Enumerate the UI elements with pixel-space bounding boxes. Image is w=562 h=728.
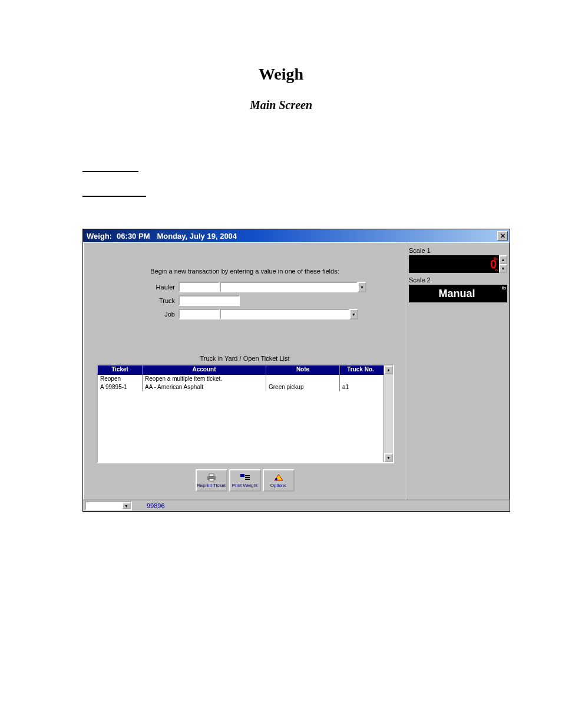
truck-input[interactable] [178, 295, 240, 306]
scale1-spinner[interactable]: ▲ ▼ [499, 255, 507, 273]
titlebar-time: 06:30 PM [117, 232, 150, 241]
svg-rect-1 [209, 474, 214, 476]
cell-account: AA - American Asphalt [143, 383, 266, 391]
scale1-up-button[interactable]: ▲ [499, 255, 507, 264]
section-underline [82, 196, 146, 197]
job-name-input[interactable] [220, 309, 349, 319]
scroll-track[interactable] [384, 374, 393, 453]
truck-label: Truck [84, 297, 178, 304]
print-weight-button[interactable]: Print Weight [229, 469, 261, 492]
col-note: Note [266, 365, 340, 375]
chevron-down-icon: ▼ [352, 312, 356, 317]
cell-ticket: A 99895-1 [98, 383, 143, 391]
statusbar: ▼ 99896 [83, 499, 510, 511]
printer-icon [206, 473, 217, 482]
scale1-label: Scale 1 [409, 247, 507, 254]
cell-truck: a1 [340, 383, 381, 391]
page-subtitle: Main Screen [0, 98, 562, 112]
svg-rect-2 [209, 479, 214, 481]
chevron-up-icon: ▲ [501, 258, 505, 262]
close-icon: ✕ [500, 232, 505, 240]
reprint-ticket-button[interactable]: Reprint Ticket [196, 469, 227, 492]
chevron-down-icon: ▼ [386, 456, 391, 460]
ticket-rows-area[interactable]: Ticket Account Note Truck No. Reopen Reo… [98, 365, 384, 462]
col-ticket: Ticket [98, 365, 143, 375]
col-account: Account [143, 365, 266, 375]
ticket-table: Ticket Account Note Truck No. Reopen Reo… [97, 364, 394, 463]
cell-account: Reopen a multiple item ticket. [143, 375, 266, 383]
app-name: Weigh: [87, 232, 112, 241]
options-button[interactable]: Options [263, 469, 295, 492]
scale2-value: Manual [438, 288, 475, 300]
scale1-down-button[interactable]: ▼ [499, 264, 507, 273]
table-row[interactable]: Reopen Reopen a multiple item ticket. [98, 375, 384, 383]
table-row[interactable]: A 99895-1 AA - American Asphalt Green pi… [98, 383, 384, 391]
scale2-display: Manual lb [409, 285, 507, 302]
chevron-down-icon: ▼ [124, 504, 128, 508]
page-title: Weigh [0, 65, 562, 84]
cell-note [266, 375, 340, 383]
scale2-label: Scale 2 [409, 276, 507, 284]
cell-ticket: Reopen [98, 375, 143, 383]
hauler-label: Hauler [84, 284, 178, 291]
svg-rect-4 [245, 475, 250, 476]
job-label: Job [84, 311, 178, 318]
chevron-down-icon: ▼ [501, 266, 505, 271]
titlebar-date: Monday, July 19, 2004 [157, 232, 237, 241]
svg-point-8 [275, 478, 277, 480]
instruction-text: Begin a new transaction by entering a va… [84, 268, 406, 275]
svg-rect-3 [240, 474, 244, 477]
scroll-up-button[interactable]: ▲ [384, 365, 393, 374]
scale1-readout: 0 lb a ▲ ▼ [409, 255, 507, 273]
section-underline [82, 171, 138, 172]
scale2-unit: lb [502, 285, 506, 291]
cell-note: Green pickup [266, 383, 340, 391]
scroll-down-button[interactable]: ▼ [384, 453, 393, 462]
options-label: Options [270, 483, 287, 488]
print-weight-label: Print Weight [232, 483, 257, 488]
reprint-ticket-label: Reprint Ticket [197, 483, 226, 488]
options-icon [273, 473, 284, 482]
scale-panel: Scale 1 0 lb a ▲ ▼ Scale 2 Manual lb [406, 242, 510, 500]
scale1-display: 0 lb a [409, 255, 499, 273]
cell-truck [340, 375, 381, 383]
scale1-unit: lb [494, 256, 498, 261]
ticket-scrollbar[interactable]: ▲ ▼ [384, 365, 393, 462]
status-number: 99896 [147, 502, 165, 509]
ticket-table-header: Ticket Account Note Truck No. [98, 365, 384, 375]
chevron-up-icon: ▲ [386, 368, 391, 372]
hauler-code-input[interactable] [178, 282, 220, 292]
ticket-list-heading: Truck in Yard / Open Ticket List [84, 355, 406, 362]
hauler-dropdown-button[interactable]: ▼ [358, 282, 366, 292]
job-code-input[interactable] [178, 309, 220, 319]
job-dropdown-button[interactable]: ▼ [349, 309, 358, 319]
status-dropdown-button[interactable]: ▼ [122, 502, 131, 509]
titlebar: Weigh: 06:30 PM Monday, July 19, 2004 ✕ [83, 229, 510, 242]
svg-rect-5 [245, 477, 250, 478]
main-panel: Begin a new transaction by entering a va… [83, 242, 406, 500]
col-truck: Truck No. [340, 365, 381, 375]
toolbar: Reprint Ticket Print Weight Options [84, 469, 406, 492]
hauler-name-input[interactable] [220, 282, 358, 292]
app-window: Weigh: 06:30 PM Monday, July 19, 2004 ✕ … [82, 229, 510, 512]
scale2-readout: Manual lb [409, 285, 507, 302]
status-combo[interactable]: ▼ [85, 501, 132, 510]
scale-icon [240, 473, 250, 482]
scale1-mode: a [495, 267, 498, 272]
close-button[interactable]: ✕ [497, 231, 508, 241]
svg-rect-6 [245, 479, 250, 480]
chevron-down-icon: ▼ [360, 285, 364, 289]
